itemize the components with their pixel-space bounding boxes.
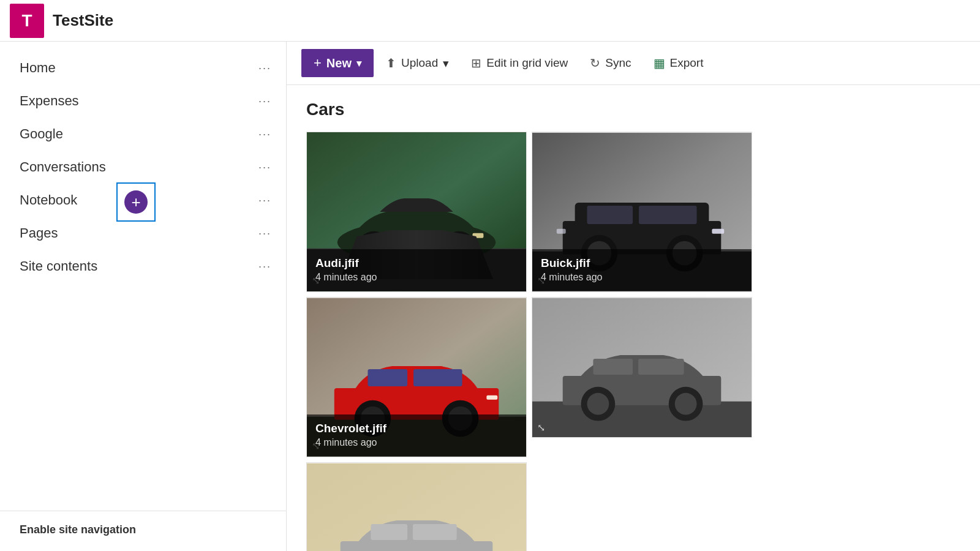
sync-icon: ↻ bbox=[590, 56, 600, 70]
sidebar-item-label: Google bbox=[20, 126, 63, 142]
sync-label: Sync bbox=[605, 56, 631, 70]
edit-grid-label: Edit in grid view bbox=[486, 56, 568, 70]
sync-button[interactable]: ↻ Sync bbox=[580, 50, 641, 77]
svg-rect-41 bbox=[341, 541, 493, 551]
new-button-label: New bbox=[326, 56, 352, 70]
sidebar-item-label: Site contents bbox=[20, 258, 97, 274]
site-logo: T bbox=[10, 4, 44, 38]
edit-grid-button[interactable]: ⊞ Edit in grid view bbox=[461, 50, 578, 77]
plus-icon: + bbox=[314, 55, 322, 71]
more-options-icon[interactable]: ··· bbox=[258, 227, 271, 240]
sidebar-item-pages[interactable]: Pages ··· bbox=[0, 217, 286, 250]
card-info-buick: Buick.jfif 4 minutes ago bbox=[532, 249, 752, 291]
card-filename-chevrolet: Chevrolet.jfif bbox=[315, 422, 518, 435]
more-options-icon[interactable]: ··· bbox=[258, 194, 271, 207]
excel-icon: ▦ bbox=[654, 56, 665, 70]
card-filename-audi: Audi.jfif bbox=[315, 257, 518, 270]
svg-rect-43 bbox=[413, 524, 457, 540]
sidebar-item-label: Pages bbox=[20, 225, 58, 241]
expand-icon: ⤡ bbox=[537, 422, 545, 433]
new-button[interactable]: + New ▾ bbox=[301, 49, 374, 77]
content-area: Cars bbox=[287, 85, 980, 551]
svg-rect-42 bbox=[371, 524, 407, 540]
card-image-car5: ⤡ bbox=[307, 463, 526, 551]
upload-label: Upload bbox=[401, 56, 438, 70]
svg-rect-18 bbox=[712, 229, 724, 234]
svg-rect-7 bbox=[472, 233, 483, 238]
more-options-icon[interactable]: ··· bbox=[258, 161, 271, 174]
sidebar-item-site-contents[interactable]: Site contents ··· bbox=[0, 250, 286, 283]
more-options-icon[interactable]: ··· bbox=[258, 62, 271, 75]
svg-rect-24 bbox=[413, 369, 462, 386]
card-buick[interactable]: ⤡ Buick.jfif 4 minutes ago bbox=[532, 132, 752, 292]
sidebar-item-google[interactable]: Google ··· bbox=[0, 118, 286, 151]
svg-rect-19 bbox=[557, 229, 566, 234]
main-content: + New ▾ ⬆ Upload ▾ ⊞ Edit in grid view ↻… bbox=[287, 42, 980, 551]
sidebar-item-home[interactable]: Home ··· bbox=[0, 51, 286, 84]
site-title: TestSite bbox=[53, 11, 113, 30]
card-info-audi: Audi.jfif 4 minutes ago bbox=[307, 249, 526, 291]
sidebar-item-conversations[interactable]: Conversations ··· bbox=[0, 151, 286, 184]
toolbar: + New ▾ ⬆ Upload ▾ ⊞ Edit in grid view ↻… bbox=[287, 42, 980, 85]
sidebar: Home ··· Expenses ··· + Google ··· Conve… bbox=[0, 42, 287, 551]
svg-point-38 bbox=[675, 393, 697, 415]
plus-circle-icon: + bbox=[124, 190, 148, 214]
card-chevrolet[interactable]: ⤡ Chevrolet.jfif 4 minutes ago bbox=[306, 297, 527, 457]
enable-nav-title: Enable site navigation bbox=[20, 523, 266, 536]
card-info-chevrolet: Chevrolet.jfif 4 minutes ago bbox=[307, 414, 526, 457]
more-options-icon[interactable]: ··· bbox=[258, 128, 271, 141]
card-car5[interactable]: ⤡ bbox=[306, 462, 527, 551]
upload-icon: ⬆ bbox=[386, 56, 396, 70]
svg-rect-12 bbox=[587, 206, 633, 224]
layout: Home ··· Expenses ··· + Google ··· Conve… bbox=[0, 42, 980, 551]
svg-point-36 bbox=[587, 393, 609, 415]
car4-svg bbox=[532, 298, 752, 438]
svg-rect-34 bbox=[638, 359, 684, 375]
enable-site-navigation: Enable site navigation bbox=[0, 511, 286, 551]
sidebar-item-label: Home bbox=[20, 60, 56, 76]
grid-icon: ⊞ bbox=[471, 56, 481, 70]
header: T TestSite bbox=[0, 0, 980, 42]
card-time-buick: 4 minutes ago bbox=[541, 272, 743, 283]
card-time-audi: 4 minutes ago bbox=[315, 272, 518, 283]
card-car4[interactable]: ⤡ bbox=[532, 297, 752, 438]
svg-rect-31 bbox=[532, 402, 752, 438]
cards-grid: ⤡ Audi.jfif 4 minutes ago bbox=[306, 132, 960, 551]
export-label: Export bbox=[670, 56, 704, 70]
svg-rect-29 bbox=[486, 395, 497, 400]
more-options-icon[interactable]: ··· bbox=[258, 260, 271, 273]
car5-svg bbox=[307, 463, 526, 551]
chevron-down-icon: ▾ bbox=[356, 58, 361, 69]
add-nav-button[interactable]: + bbox=[116, 182, 156, 222]
sidebar-item-label: Conversations bbox=[20, 159, 106, 175]
sidebar-item-expenses[interactable]: Expenses ··· bbox=[0, 84, 286, 118]
sidebar-item-label: Notebook bbox=[20, 192, 77, 208]
export-button[interactable]: ▦ Export bbox=[644, 50, 714, 77]
svg-rect-13 bbox=[639, 206, 696, 224]
svg-rect-23 bbox=[368, 369, 407, 386]
upload-button[interactable]: ⬆ Upload ▾ bbox=[376, 50, 459, 77]
card-filename-buick: Buick.jfif bbox=[541, 257, 743, 270]
upload-chevron-icon: ▾ bbox=[443, 56, 449, 70]
card-image-car4: ⤡ bbox=[532, 298, 752, 438]
more-options-icon[interactable]: ··· bbox=[258, 95, 271, 108]
card-audi[interactable]: ⤡ Audi.jfif 4 minutes ago bbox=[306, 132, 527, 292]
svg-rect-33 bbox=[593, 359, 633, 375]
section-title: Cars bbox=[306, 100, 960, 119]
sidebar-item-label: Expenses bbox=[20, 93, 79, 109]
card-time-chevrolet: 4 minutes ago bbox=[315, 437, 518, 448]
